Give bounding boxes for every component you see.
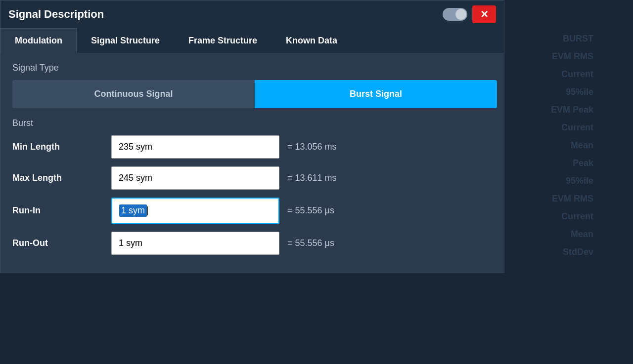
min-length-input[interactable] [111,135,279,159]
signal-description-dialog: Signal Description ✕ Modulation Signal S… [0,0,504,273]
run-in-unit: = 55.556 μs [287,205,366,216]
burst-signal-button[interactable]: Burst Signal [255,80,497,108]
close-button[interactable]: ✕ [472,5,496,23]
tab-modulation[interactable]: Modulation [0,28,77,53]
toggle-knob [455,9,466,20]
cursor-caret [147,206,148,215]
signal-type-selector: Continuous Signal Burst Signal [12,80,497,108]
bg-text-block: BURST EVM RMS Current 95%ile EVM Peak Cu… [551,30,593,261]
run-out-row: Run-Out = 55.556 μs [12,232,492,255]
run-in-label: Run-In [12,205,111,216]
toggle-switch[interactable] [443,8,467,21]
burst-section-label: Burst [12,118,492,128]
run-out-unit: = 55.556 μs [287,238,366,248]
title-bar: Signal Description ✕ [0,0,504,28]
run-out-input[interactable] [111,232,279,255]
max-length-input[interactable] [111,166,279,190]
run-in-row: Run-In 1 sym = 55.556 μs [12,198,492,224]
run-in-selected-text: 1 sym [119,204,147,217]
min-length-row: Min Length = 13.056 ms [12,135,492,159]
continuous-signal-button[interactable]: Continuous Signal [12,80,255,108]
run-in-input[interactable]: 1 sym [111,198,279,224]
tab-known-data[interactable]: Known Data [271,28,352,53]
title-controls: ✕ [443,5,496,23]
dialog-title: Signal Description [8,8,104,21]
tab-bar: Modulation Signal Structure Frame Struct… [0,28,504,53]
min-length-unit: = 13.056 ms [287,142,366,152]
signal-type-label: Signal Type [12,63,492,73]
max-length-row: Max Length = 13.611 ms [12,166,492,190]
max-length-unit: = 13.611 ms [287,173,366,183]
run-out-label: Run-Out [12,238,111,248]
tab-frame-structure[interactable]: Frame Structure [174,28,271,53]
min-length-label: Min Length [12,142,111,152]
max-length-label: Max Length [12,173,111,183]
tab-signal-structure[interactable]: Signal Structure [77,28,174,53]
dialog-content: Signal Type Continuous Signal Burst Sign… [0,53,504,273]
